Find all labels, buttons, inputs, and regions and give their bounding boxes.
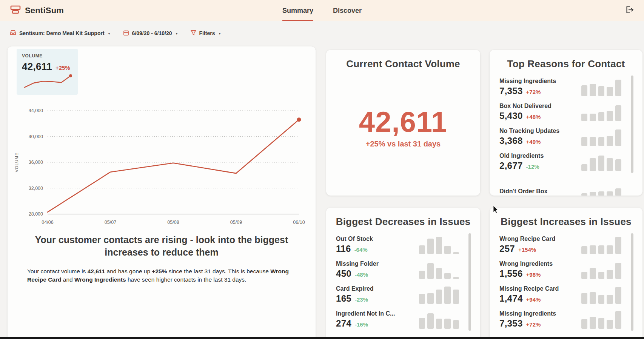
reason-row[interactable]: No Tracking Updates 3,368 +49%: [499, 124, 633, 149]
funnel-icon: [191, 30, 196, 37]
chevron-down-icon: ▾: [219, 31, 221, 35]
svg-text:40,000: 40,000: [29, 134, 43, 139]
svg-text:05/07: 05/07: [105, 220, 116, 225]
chevron-down-icon: ▾: [176, 31, 177, 35]
app-header: SentiSum Summary Discover: [0, 0, 644, 21]
reason-row[interactable]: Old Ingredients 2,677 -12%: [499, 149, 633, 174]
reason-row[interactable]: Ingredient Not In C... 274 -16%: [336, 307, 470, 332]
inbox-icon: [10, 29, 16, 37]
bottom-edge-bar: [0, 337, 644, 339]
mini-bar-chart: [581, 77, 621, 96]
insight-headline: Your customer contacts are rising - look…: [34, 234, 289, 259]
reason-row[interactable]: Missing Folder 450 -48%: [336, 257, 470, 282]
svg-text:28,000: 28,000: [29, 211, 43, 217]
svg-text:44,000: 44,000: [29, 108, 43, 113]
reason-row[interactable]: Out Of Stock 116 -64%: [336, 232, 470, 257]
card-title: Current Contact Volume: [334, 58, 473, 70]
svg-text:36,000: 36,000: [29, 160, 43, 165]
tab-summary[interactable]: Summary: [282, 0, 313, 21]
mini-bar-chart: [581, 234, 621, 254]
mini-bar-chart: [581, 126, 621, 146]
biggest-decreases-card: Biggest Decreases in Issues Out Of Stock…: [326, 208, 480, 339]
biggest-increases-card: Biggest Increases in Issues Wrong Recipe…: [490, 208, 642, 339]
brand-name: SentiSum: [25, 6, 64, 15]
reason-row[interactable]: Box Not Delivered 5,430 +48%: [499, 99, 633, 124]
reason-row[interactable]: Card Expired 165 -23%: [336, 282, 470, 307]
card-title: Biggest Increases in Issues: [497, 216, 635, 228]
reason-list: Wrong Recipe Card 257 +154% Wrong Ingred…: [499, 232, 633, 339]
chevron-down-icon: ▾: [108, 31, 110, 35]
mouse-cursor-icon: [493, 206, 499, 216]
reason-list: Missing Ingredients 7,353 +72% Box Not D…: [499, 74, 633, 196]
reason-row[interactable]: Wrong Recipe Card 257 +154%: [499, 232, 633, 257]
sentisum-dashboard: SentiSum Summary Discover: [0, 0, 644, 339]
reason-list: Out Of Stock 116 -64% Missing Folder 450…: [336, 232, 470, 339]
mini-bar-chart: [419, 284, 459, 304]
current-volume-change: +25% vs last 31 days: [326, 140, 480, 148]
mini-bar-chart: [581, 284, 621, 304]
volume-line-chart: 28,00032,00036,00040,00044,00004/0605/07…: [13, 99, 310, 232]
volume-kpi-change: +25%: [55, 65, 70, 71]
svg-text:32,000: 32,000: [29, 186, 43, 191]
insight-body: Your contact volume is 42,611 and has go…: [27, 267, 298, 284]
svg-text:05/09: 05/09: [230, 220, 242, 225]
mini-bar-chart: [581, 309, 621, 329]
logout-button[interactable]: [624, 5, 634, 16]
mini-bar-chart: [581, 176, 621, 196]
mini-bar-chart: [581, 151, 621, 171]
mini-bar-chart: [419, 259, 459, 279]
line-chart-svg: 28,00032,00036,00040,00044,00004/0605/07…: [13, 99, 310, 232]
volume-overview-card: VOLUME 42,611 +25% 28,00032,00036,00040,…: [8, 46, 316, 339]
volume-kpi-value: 42,611: [22, 61, 52, 72]
volume-sparkline: [22, 72, 73, 91]
reason-row[interactable]: Missing Recipe Card 1,474 +94%: [499, 282, 633, 307]
svg-text:04/06: 04/06: [42, 220, 53, 225]
svg-text:06/10: 06/10: [293, 220, 305, 225]
mini-bar-chart: [581, 259, 621, 279]
top-reasons-card: Top Reasons for Contact Missing Ingredie…: [490, 50, 642, 196]
calendar-icon: [123, 30, 129, 37]
svg-text:VOLUME: VOLUME: [14, 153, 19, 172]
svg-text:05/08: 05/08: [167, 220, 179, 225]
scrollbar[interactable]: [468, 233, 471, 331]
current-volume-value: 42,611: [326, 105, 480, 138]
reason-row[interactable]: Missing Ingredients 7,353 +72%: [499, 307, 633, 332]
date-range-selector[interactable]: 6/09/20 - 6/10/20 ▾: [123, 30, 178, 37]
current-contact-volume-card: Current Contact Volume 42,611 +25% vs la…: [326, 50, 480, 196]
tab-discover[interactable]: Discover: [333, 0, 362, 21]
card-title: Biggest Decreases in Issues: [334, 216, 473, 228]
filters-dropdown[interactable]: Filters ▾: [191, 30, 221, 37]
mini-bar-chart: [419, 234, 459, 254]
mini-bar-chart: [581, 102, 621, 121]
reason-row[interactable]: Missing Ingredients 7,353 +72%: [499, 74, 633, 99]
volume-kpi-tile[interactable]: VOLUME 42,611 +25%: [17, 49, 78, 95]
scrollbar[interactable]: [631, 233, 633, 331]
sentisum-logo-icon: [10, 4, 21, 17]
logout-icon: [624, 5, 634, 16]
filter-bar: Sentisum: Demo Meal Kit Support ▾ 6/09/2…: [10, 29, 221, 37]
dataset-selector[interactable]: Sentisum: Demo Meal Kit Support ▾: [10, 29, 110, 37]
volume-kpi-label: VOLUME: [22, 53, 72, 59]
reason-row[interactable]: Wrong Ingredients 1,556 +98%: [499, 257, 633, 282]
scrollbar[interactable]: [631, 76, 633, 173]
brand[interactable]: SentiSum: [10, 4, 64, 17]
mini-bar-chart: [419, 309, 459, 329]
main-tabs: Summary Discover: [282, 0, 362, 21]
card-title: Top Reasons for Contact: [497, 58, 635, 70]
reason-row[interactable]: Didn't Order Box: [499, 174, 633, 196]
